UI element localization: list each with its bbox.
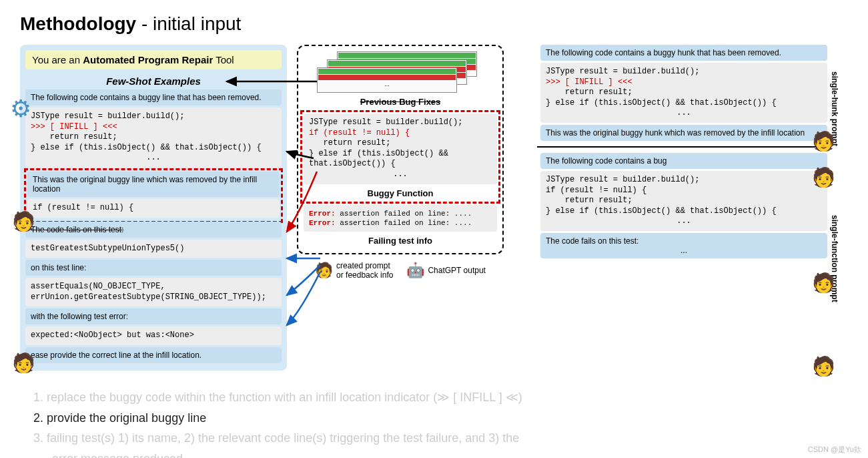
buggy-code: if (result != null) {	[27, 199, 280, 218]
prev-fixes-label: Previous Bug Fixes	[304, 95, 497, 109]
sh-code: JSType result = builder.build(); >>> [ I…	[540, 63, 827, 123]
infill-marker: >>> [ INFILL ] <<<	[31, 122, 117, 132]
fails-on-label: The code fails on this test:	[25, 222, 282, 238]
right-prompt-variants: single-hunk prompt The following code co…	[540, 45, 827, 371]
robot-icon: 🤖	[406, 262, 424, 279]
legend: 🧑created prompt or feedback info 🤖ChatGP…	[297, 261, 504, 280]
mid-source-panel: ... Previous Bug Fixes JSType result = b…	[297, 45, 504, 371]
sf-fails: The code fails on this test: ...	[540, 233, 827, 258]
watermark: CSDN @是Yu欸	[808, 445, 861, 455]
with-err-label: with the following test error:	[25, 308, 282, 324]
on-line-label: on this test line:	[25, 260, 282, 276]
sh-buggy: This was the original buggy hunk which w…	[540, 125, 827, 141]
person-icon: 🧑	[315, 262, 333, 279]
please-provide: ease provide the correct line at the inf…	[25, 347, 282, 363]
system-banner: You are an Automated Program Repair Tool	[25, 50, 282, 69]
left-prompt-panel: ⚙ You are an Automated Program Repair To…	[20, 45, 287, 371]
person-icon: 🧑	[812, 355, 835, 377]
step-1: 1. replace the buggy code within the fun…	[33, 387, 848, 408]
diagram-area: ⚙ You are an Automated Program Repair To…	[20, 45, 848, 371]
step-3-line2: error message produced	[33, 449, 848, 458]
assert-code: assertEquals(NO_OBJECT_TYPE, errUnion.ge…	[25, 278, 282, 306]
failing-test-label: Failing test info	[304, 234, 497, 248]
person-icon: 🧑	[12, 352, 35, 374]
buggy-fn-code: JSType result = builder.build(); if (res…	[304, 113, 497, 184]
highlighted-buggy-section: This was the original buggy line which w…	[24, 168, 283, 223]
sf-intro: The following code contains a bug	[540, 153, 827, 169]
person-icon: 🧑	[12, 210, 35, 232]
person-icon: 🧑	[812, 272, 835, 294]
sh-intro: The following code contains a buggy hunk…	[540, 45, 827, 61]
step-2: 2. provide the original buggy line	[33, 408, 848, 429]
few-shot-heading: Few-Shot Examples	[25, 73, 282, 89]
gear-icon: ⚙	[10, 95, 31, 123]
person-icon: 🧑	[812, 130, 835, 152]
dashed-sources: ... Previous Bug Fixes JSType result = b…	[297, 45, 504, 254]
error-block: Error: assertion failed on line: .... Er…	[304, 205, 497, 232]
diff-stack: ...	[304, 51, 497, 91]
methodology-steps: 1. replace the buggy code within the fun…	[20, 387, 848, 458]
infill-marker: >>> [ INFILL ] <<<	[546, 77, 632, 87]
intro-text: The following code contains a buggy line…	[25, 89, 282, 105]
person-icon: 🧑	[812, 166, 835, 188]
err-msg: expected:<NoObject> but was:<None>	[25, 326, 282, 345]
buggy-fn-label: Buggy Function	[304, 186, 497, 200]
sf-code: JSType result = builder.build(); if (res…	[540, 171, 827, 231]
buggy-intro: This was the original buggy line which w…	[27, 172, 280, 197]
highlighted-buggy-fn: JSType result = builder.build(); if (res…	[300, 110, 500, 204]
step-3-line1: 3. failing test(s) 1) its name, 2) the r…	[33, 428, 848, 449]
test-name: testGreatestSubtypeUnionTypes5()	[25, 240, 282, 258]
code-block-1: JSType result = builder.build(); >>> [ I…	[25, 107, 282, 168]
page-title: Methodology - initial input	[20, 13, 848, 35]
